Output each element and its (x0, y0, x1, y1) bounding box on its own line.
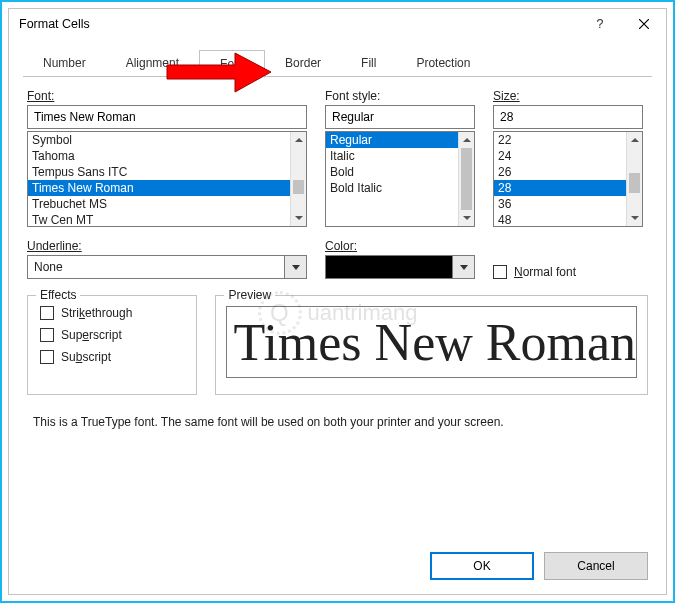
font-option[interactable]: Tahoma (28, 148, 290, 164)
checkbox-icon (40, 350, 54, 364)
font-style-option[interactable]: Bold Italic (326, 180, 458, 196)
effects-group: Effects Strikethrough Superscript Subscr… (27, 295, 197, 395)
titlebar: Format Cells ? (9, 9, 666, 39)
close-icon (639, 19, 649, 29)
size-option[interactable]: 26 (494, 164, 626, 180)
size-option[interactable]: 22 (494, 132, 626, 148)
chevron-down-icon[interactable] (453, 255, 475, 279)
tab-strip: Number Alignment Font Border Fill Protec… (23, 49, 652, 77)
color-combo[interactable] (325, 255, 475, 279)
tab-font[interactable]: Font (199, 50, 265, 78)
effects-label: Effects (36, 288, 80, 302)
help-button[interactable]: ? (578, 9, 622, 39)
font-style-option[interactable]: Regular (326, 132, 458, 148)
underline-value: None (27, 255, 285, 279)
normal-font-checkbox[interactable]: Normal font (493, 265, 643, 279)
normal-font-label: Normal font (514, 265, 576, 279)
size-option[interactable]: 24 (494, 148, 626, 164)
preview-label: Preview (224, 288, 275, 302)
size-option[interactable]: 36 (494, 196, 626, 212)
underline-label: Underline: (27, 239, 307, 253)
strikethrough-checkbox[interactable]: Strikethrough (40, 306, 184, 320)
font-style-option[interactable]: Bold (326, 164, 458, 180)
size-listbox[interactable]: 22 24 26 28 36 48 (493, 131, 643, 227)
size-scrollbar[interactable] (626, 132, 642, 226)
font-footnote: This is a TrueType font. The same font w… (33, 415, 642, 429)
dialog-buttons: OK Cancel (430, 552, 648, 580)
checkbox-icon (40, 306, 54, 320)
superscript-label: Superscript (61, 328, 122, 342)
dialog-title: Format Cells (19, 17, 90, 31)
font-scrollbar[interactable] (290, 132, 306, 226)
size-option[interactable]: 28 (494, 180, 626, 196)
size-option[interactable]: 48 (494, 212, 626, 226)
close-button[interactable] (622, 9, 666, 39)
size-input[interactable] (493, 105, 643, 129)
color-swatch (325, 255, 453, 279)
underline-combo[interactable]: None (27, 255, 307, 279)
checkbox-icon (493, 265, 507, 279)
checkbox-icon (40, 328, 54, 342)
ok-button[interactable]: OK (430, 552, 534, 580)
font-style-option[interactable]: Italic (326, 148, 458, 164)
font-style-label: Font style: (325, 89, 475, 103)
font-option[interactable]: Tw Cen MT (28, 212, 290, 226)
format-cells-dialog: Format Cells ? Number Alignment Font Bor… (8, 8, 667, 595)
chevron-down-icon[interactable] (285, 255, 307, 279)
preview-box: Times New Roman (226, 306, 637, 378)
color-label: Color: (325, 239, 475, 253)
font-input[interactable] (27, 105, 307, 129)
tab-alignment[interactable]: Alignment (106, 50, 199, 78)
tab-protection[interactable]: Protection (396, 50, 490, 78)
subscript-label: Subscript (61, 350, 111, 364)
font-option[interactable]: Times New Roman (28, 180, 290, 196)
superscript-checkbox[interactable]: Superscript (40, 328, 184, 342)
tab-fill[interactable]: Fill (341, 50, 396, 78)
tab-border[interactable]: Border (265, 50, 341, 78)
font-option[interactable]: Tempus Sans ITC (28, 164, 290, 180)
font-style-scrollbar[interactable] (458, 132, 474, 226)
font-style-input[interactable] (325, 105, 475, 129)
tab-content-font: Font: Symbol Tahoma Tempus Sans ITC Time… (9, 77, 666, 437)
font-listbox[interactable]: Symbol Tahoma Tempus Sans ITC Times New … (27, 131, 307, 227)
font-label: Font: (27, 89, 307, 103)
preview-group: Preview Times New Roman (215, 295, 648, 395)
font-option[interactable]: Trebuchet MS (28, 196, 290, 212)
strikethrough-label: Strikethrough (61, 306, 132, 320)
font-style-listbox[interactable]: Regular Italic Bold Bold Italic (325, 131, 475, 227)
tab-number[interactable]: Number (23, 50, 106, 78)
cancel-button[interactable]: Cancel (544, 552, 648, 580)
subscript-checkbox[interactable]: Subscript (40, 350, 184, 364)
font-option[interactable]: Symbol (28, 132, 290, 148)
size-label: Size: (493, 89, 643, 103)
